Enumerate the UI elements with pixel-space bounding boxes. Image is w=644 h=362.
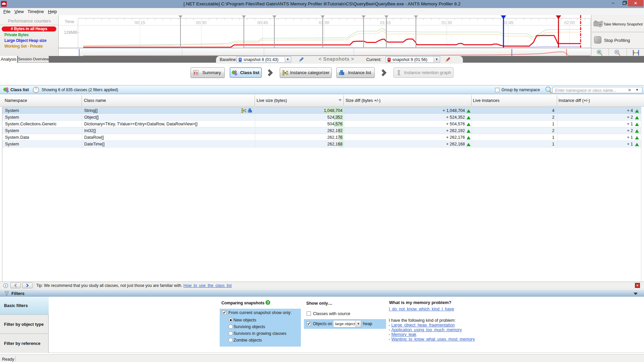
svg-text:Time: Time [65,19,74,24]
svg-text:?: ? [267,301,269,305]
svg-text:128MB: 128MB [64,30,77,35]
svg-text:i: i [5,284,6,288]
